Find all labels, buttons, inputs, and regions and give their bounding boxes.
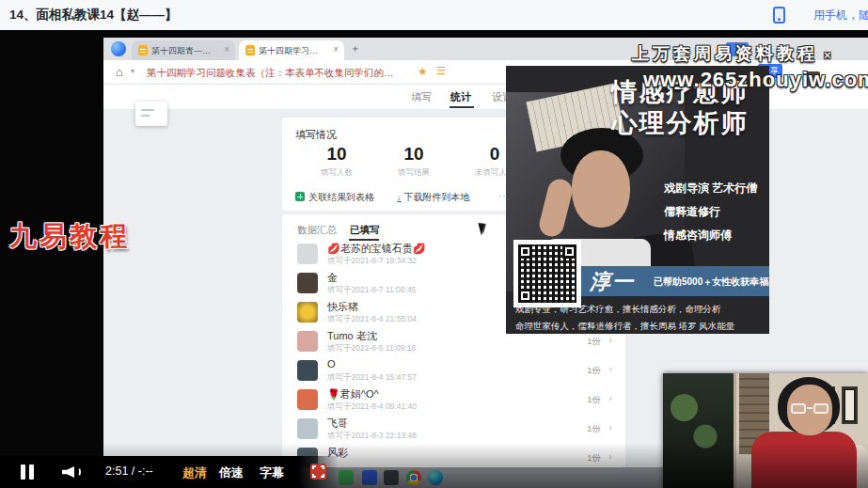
ad-name-banner: 淳一 已帮助5000＋女性收获幸福	[558, 266, 769, 296]
tab-statistics-active: 统计	[450, 90, 471, 104]
tab-filled-active: 已填写	[350, 224, 380, 237]
avatar	[297, 389, 318, 410]
player-controls: 2:51 / -:-- 超清 倍速 字幕	[0, 456, 868, 488]
video-surface[interactable]: 第十四期青—老(不私)收藏 × 第十四期学习问题收集表… × ＋ ⌂ ▾ 第十四…	[0, 30, 868, 488]
download-icon: ↓	[397, 194, 402, 202]
avatar	[297, 244, 318, 264]
active-tab-underline	[450, 106, 474, 108]
phone-icon	[773, 7, 785, 24]
playback-speed-button[interactable]: 倍速	[219, 464, 244, 481]
new-tab-icon: ＋	[350, 41, 360, 55]
browser-tab-1: 第十四期青—老(不私)收藏 ×	[132, 40, 235, 60]
chevron-right-icon: ›	[608, 363, 612, 374]
picture-frame	[842, 386, 858, 424]
doc-favicon-icon	[138, 45, 148, 55]
pause-button[interactable]	[21, 464, 36, 480]
avatar	[297, 302, 318, 323]
page-zoom-popover	[135, 102, 167, 126]
video-player-page: 14、面相私教课14【赵——】 用手机，随时 第十四期青—老(不私)收藏 × 第…	[0, 0, 868, 488]
chevron-right-icon: ›	[608, 392, 612, 403]
avatar	[297, 273, 318, 293]
chevron-right-icon: ›	[608, 334, 612, 345]
stat-fill-results: 10 填写结果	[376, 144, 451, 179]
avatar	[297, 418, 318, 439]
avatar	[297, 360, 318, 381]
home-icon: ⌂	[116, 65, 123, 79]
volume-button[interactable]	[62, 465, 81, 479]
download-attachments-button: ↓下载附件到本地	[397, 191, 470, 204]
summary-title: 填写情况	[295, 128, 337, 142]
subtitles-button[interactable]: 字幕	[260, 464, 284, 481]
reading-list-icon: ☰	[436, 65, 446, 77]
top-watermark-url: www.265zhouyiw.com	[643, 68, 868, 92]
page-header: 14、面相私教课14【赵——】 用手机，随时	[0, 0, 868, 30]
ad-overlay: 情感疗愈师 心理分析师 戏剧导演 艺术行僧 儒释道修行 情感咨询师傅 淳一 已帮…	[506, 66, 769, 334]
chevron-down-icon: ▾	[131, 67, 134, 75]
browser-tab-2-active: 第十四期学习问题收集表… ×	[239, 40, 344, 60]
page-title: 14、面相私教课14【赵——】	[9, 0, 178, 30]
chevron-right-icon: ›	[608, 421, 612, 433]
tab-close-icon: ×	[224, 44, 229, 55]
address-bar-title: 第十四期学习问题收集表（注：本表单不收集同学们的…	[147, 67, 412, 80]
fullscreen-button[interactable]	[310, 464, 326, 480]
response-row: O 填写于2021-8-4 15:47:57 1份 ›	[282, 356, 625, 386]
quality-button[interactable]: 超清	[182, 464, 207, 481]
stat-filled-people: 10 填写人数	[299, 144, 374, 179]
tab-fill: 填写	[411, 90, 432, 104]
close-icon: ×	[824, 48, 831, 62]
sheet-icon	[295, 192, 305, 201]
left-watermark: 九易教程	[9, 218, 130, 256]
tab-close-icon: ×	[333, 44, 339, 55]
browser-logo-icon	[111, 41, 126, 56]
qr-code	[513, 240, 581, 307]
top-watermark-line1: 上万套周易资料教程×	[632, 42, 831, 65]
time-display: 2:51 / -:--	[105, 464, 153, 478]
link-to-sheet-button: 关联结果到表格	[295, 191, 374, 204]
doc-favicon-icon	[245, 45, 255, 55]
glasses-icon	[791, 403, 829, 415]
ad-person-name: 淳一	[590, 268, 635, 296]
bookmark-star-icon: ★	[418, 65, 428, 78]
response-row: 飞哥 填写于2021-8-3 22:13:48 1份 ›	[282, 415, 625, 444]
watch-on-phone-link[interactable]: 用手机，随时	[813, 0, 868, 30]
ad-trait-list: 戏剧导演 艺术行僧 儒释道修行 情感咨询师傅	[664, 177, 757, 247]
avatar	[297, 331, 318, 352]
response-row: 🌹君娟^O^ 填写于2021-8-4 09:41:40 1份 ›	[282, 386, 625, 415]
tab-data-summary: 数据汇总	[297, 224, 337, 237]
